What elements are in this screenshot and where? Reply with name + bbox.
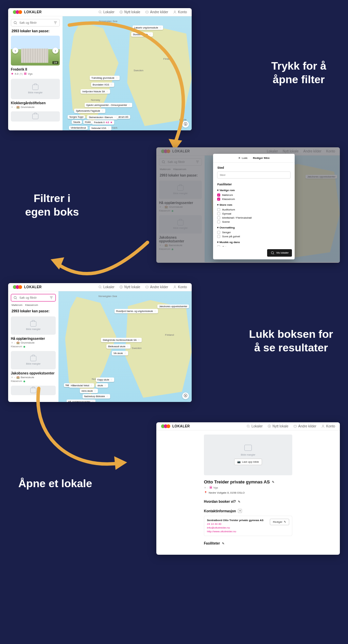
map-pin[interactable]: Norges Toppi xyxy=(68,115,85,119)
map-pin[interactable]: Kapp skole☆ xyxy=(96,378,115,382)
map[interactable]: Norwegian Sea Norway Sweden Finland Ross… xyxy=(58,291,192,402)
filter-group[interactable]: ▾ Store rom xyxy=(217,203,291,206)
map-pin[interactable]: Vik skole☆ xyxy=(112,351,128,355)
filter-group[interactable]: ▾ Vanlige rom xyxy=(217,189,291,192)
pin-star-icon: ☆ xyxy=(149,33,151,36)
nav-nytt-lokale[interactable]: Nytt lokale xyxy=(267,424,289,428)
map-pin[interactable]: Bleikvassli skole☆ xyxy=(106,344,130,349)
map-pin[interactable]: Brundalen VGS☆ xyxy=(91,82,115,87)
active-filters: MøteromKlasserom xyxy=(12,303,55,307)
map-pin[interactable]: Innfjorden friskole SA☆ xyxy=(81,89,110,94)
listing-noimage[interactable] xyxy=(11,111,60,122)
nav-andre-kilder[interactable]: Andre kilder xyxy=(145,10,168,14)
nav-konto[interactable]: Konto xyxy=(173,285,187,289)
map-label: Sweden xyxy=(134,69,143,72)
listing-noimage[interactable]: Bilde mangler xyxy=(11,351,56,369)
listing-title[interactable]: Klokkergårdstiftelsen xyxy=(11,101,60,105)
filter-icon[interactable] xyxy=(49,296,53,300)
map-pin[interactable]: Jakobsnes oppvekstsenter xyxy=(157,305,189,308)
listing-noimage[interactable] xyxy=(11,386,56,395)
checkbox-icon xyxy=(217,235,220,238)
map-locate-button[interactable]: ⦿ xyxy=(182,121,189,128)
tutorial-caption: Trykk for å åpne filter xyxy=(271,59,326,86)
edit-icon[interactable]: ✎ xyxy=(222,542,225,545)
edit-icon[interactable]: ✎ xyxy=(272,480,275,484)
map-pin[interactable]: Vinterlandbruk xyxy=(69,126,88,130)
camera-icon: 📷 xyxy=(237,460,241,463)
map-pin[interactable]: Nabbetorp Bibliotek☆ xyxy=(83,394,110,399)
checkbox-row[interactable]: Sove på gulvet xyxy=(217,235,291,238)
map-pin[interactable]: Gjøvik Læringssenter - Omsorgssenter☆ xyxy=(85,103,133,107)
listing-meta: ★-🏫Grunnskole xyxy=(11,341,56,344)
map-pin[interactable]: ærum AS xyxy=(117,115,130,119)
upload-image-button[interactable]: 📷 Last opp bilde xyxy=(234,459,262,465)
checkbox-row[interactable]: Gymsal xyxy=(217,212,291,215)
show-results-button[interactable]: Vis lokaler xyxy=(267,249,292,257)
map-pin[interactable]: Storslett skole☆ xyxy=(131,32,153,37)
map-pin[interactable]: Hå opplæringssenter☆ xyxy=(67,400,95,402)
edit-contact-button[interactable]: Redigér ✎ xyxy=(270,519,289,525)
nav-konto[interactable]: Konto xyxy=(173,10,187,14)
map-pin[interactable]: skole☆ xyxy=(96,383,108,388)
topbar: LOKALER Lokaler Nytt lokale Andre kilder… xyxy=(156,422,340,430)
search-input[interactable]: Søk og filtrér xyxy=(11,294,56,301)
map-pin[interactable]: Frederik II 4.0★ xyxy=(92,120,114,125)
svg-point-4 xyxy=(14,21,16,24)
map-pin[interactable]: Rossfjord barne- og ungdomsskole☆ xyxy=(115,309,158,313)
filter-group[interactable]: ▾ Overnatting xyxy=(217,226,291,229)
contact-phone[interactable]: 24 14 44 40 xyxy=(207,522,263,526)
listing-title[interactable]: Frederik II xyxy=(11,68,60,71)
nav-konto[interactable]: Konto xyxy=(321,424,335,428)
map-pin[interactable]: Steinerskolen i Bærum☆ xyxy=(87,115,118,119)
photo-next[interactable]: › xyxy=(52,48,58,54)
nav-andre-kilder[interactable]: Andre kilder xyxy=(293,424,316,428)
nav-lokaler[interactable]: Lokaler xyxy=(98,285,115,289)
checkbox-row[interactable]: Klasserom xyxy=(217,198,291,201)
sted-input[interactable] xyxy=(217,171,291,179)
map-pin[interactable]: Klokk xyxy=(83,120,92,124)
map[interactable]: Norwegian Sea Norway Sweden Finland Denm… xyxy=(63,16,192,130)
contact-web[interactable]: http://www.ottotreider.no xyxy=(207,530,263,533)
photo-prev[interactable]: ‹ xyxy=(12,48,18,54)
listing-photo[interactable]: ‹ › 1/4 xyxy=(11,36,60,66)
edit-icon[interactable]: ✎ xyxy=(238,500,241,503)
nav-andre-kilder[interactable]: Andre kilder xyxy=(145,285,168,289)
map-pin[interactable]: Dalsgrenda montessoriskole SA☆ xyxy=(101,338,142,342)
nav-nytt-lokale[interactable]: Nytt lokale xyxy=(119,285,140,289)
map-pin[interactable]: Lakselv ungdomsskole☆ xyxy=(133,25,163,30)
listing-noimage[interactable]: Bilde mangler xyxy=(11,316,56,335)
map-pin[interactable]: Hålandsdal Vekst☆ xyxy=(69,383,94,388)
checkbox-row[interactable]: Senger xyxy=(217,231,291,234)
school-icon: 🏫 xyxy=(16,376,20,379)
top-nav: Lokaler Nytt lokale Andre kilder Konto xyxy=(98,10,187,14)
checkbox-row[interactable]: Scene xyxy=(217,220,291,223)
listing-title[interactable]: Jakobsnes oppvekstsenter xyxy=(11,371,56,375)
svg-point-12 xyxy=(174,286,176,287)
star-icon: ★ xyxy=(11,376,13,379)
contact-email[interactable]: info@ottotreider.no xyxy=(207,526,263,529)
map-pin[interactable]: nens skole☆ xyxy=(80,389,98,393)
filter-icon[interactable] xyxy=(53,21,57,25)
nav-lokaler[interactable]: Lokaler xyxy=(246,424,263,428)
checkbox-row[interactable]: Møterom xyxy=(217,194,291,197)
listing-noimage[interactable]: Bilde mangler xyxy=(11,79,60,99)
map-pin[interactable]: Sjøforsvarets Fagskole☆ xyxy=(74,109,105,113)
nav-nytt-lokale[interactable]: Nytt lokale xyxy=(119,10,140,14)
map-pin[interactable]: Trøndelag grunnskole☆ xyxy=(90,76,120,80)
modal-close[interactable]: ✕Lukk xyxy=(238,157,247,160)
filter-group[interactable]: ▾ Musikk og dans xyxy=(217,241,291,244)
listing-title[interactable]: Hå opplæringssenter xyxy=(11,337,56,341)
checkbox-row[interactable]: Idrettshall / Flerbrukshall xyxy=(217,216,291,219)
modal-title: Rediger filtre xyxy=(253,157,269,160)
search-input[interactable]: Søk og filtrér xyxy=(11,19,60,26)
nav-lokaler[interactable]: Lokaler xyxy=(98,10,115,14)
map-locate-button[interactable]: ⦿ xyxy=(182,392,189,399)
svg-point-0 xyxy=(99,11,101,13)
svg-rect-17 xyxy=(294,425,296,427)
checkbox-row[interactable]: Auditorium xyxy=(217,208,291,211)
add-icon[interactable]: + xyxy=(238,509,242,513)
map-pin[interactable]: Sauda xyxy=(72,120,82,124)
section-contact: Kontaktinformasjon + xyxy=(204,509,292,513)
map-pin[interactable]: Setesdal VGS☆ xyxy=(90,126,111,130)
listing-type: Grunnskole xyxy=(21,106,35,109)
